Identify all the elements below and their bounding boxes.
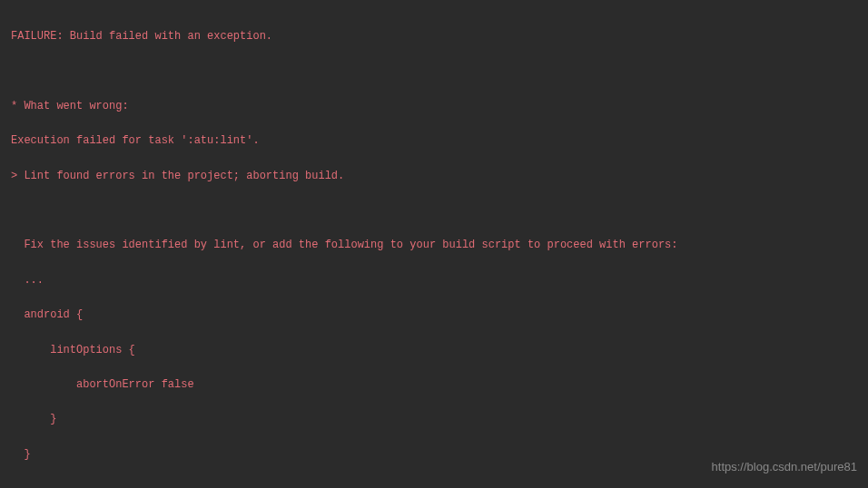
dots-line: ... xyxy=(11,481,857,488)
lint-found-line: > Lint found errors in the project; abor… xyxy=(11,168,857,185)
what-wrong-header: * What went wrong: xyxy=(11,98,857,115)
lint-options-open: lintOptions { xyxy=(11,342,857,359)
watermark-text: https://blog.csdn.net/pure81 xyxy=(712,458,857,477)
failure-line: FAILURE: Build failed with an exception. xyxy=(11,28,857,45)
dots-line: ... xyxy=(11,272,857,289)
terminal-output: FAILURE: Build failed with an exception.… xyxy=(11,11,857,488)
abort-on-error-line: abortOnError false xyxy=(11,376,857,394)
android-block-open: android { xyxy=(11,307,857,324)
fix-issues-line: Fix the issues identified by lint, or ad… xyxy=(11,237,857,254)
exec-failed-line: Execution failed for task ':atu:lint'. xyxy=(11,132,857,150)
close-brace-line: } xyxy=(11,411,857,428)
blank-line xyxy=(11,202,857,220)
blank-line xyxy=(11,63,857,81)
